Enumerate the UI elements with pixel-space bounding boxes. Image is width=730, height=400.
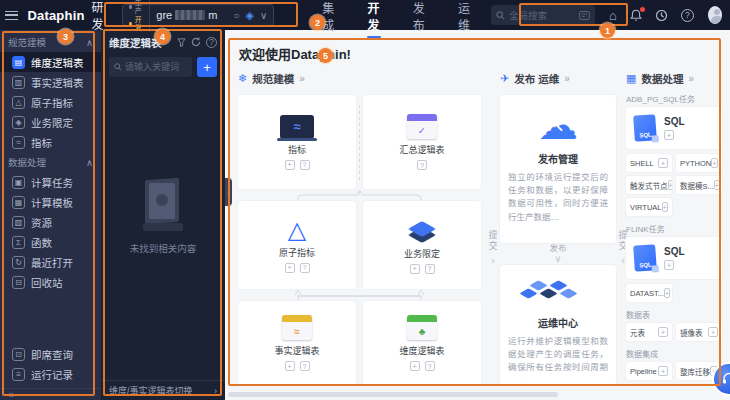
- tab-develop[interactable]: 开发: [365, 0, 382, 39]
- task-chip-meta-table[interactable]: 元表+: [626, 323, 672, 341]
- sidebar-item-compute-task[interactable]: ▣ 计算任务: [0, 172, 101, 192]
- horizontal-scrollbar[interactable]: [228, 392, 558, 397]
- sidebar-item-dimension-logic-table[interactable]: ▤ 维度逻辑表: [0, 52, 101, 72]
- task-chip-shell[interactable]: SHELL+: [626, 154, 672, 172]
- add-icon[interactable]: +: [664, 288, 670, 298]
- add-icon[interactable]: +: [664, 260, 674, 270]
- dimension-table-card-icon: ♣: [407, 315, 437, 340]
- home-icon[interactable]: ⌂: [609, 9, 617, 22]
- task-chip-datastream[interactable]: DATAST...+: [626, 284, 672, 302]
- task-chip-mirror-table[interactable]: 镜像表+: [676, 323, 722, 341]
- doc-help-icon[interactable]: ?: [300, 160, 310, 170]
- welcome-title: 欢迎使用Dataphin!: [239, 44, 351, 63]
- processing-header[interactable]: ▦ 数据处理 »: [626, 70, 722, 86]
- notification-bell-icon[interactable]: [630, 9, 642, 22]
- gem-icon[interactable]: ◈: [245, 9, 253, 22]
- hotkey-icon[interactable]: [579, 11, 590, 20]
- card-fact-logic-table[interactable]: ≈ 事实逻辑表 +?: [238, 301, 356, 385]
- task-chip-data-model[interactable]: 数据模S...+: [676, 176, 722, 194]
- sidebar-item-run-records[interactable]: ≡ 运行记录: [0, 364, 101, 384]
- add-icon[interactable]: +: [668, 180, 673, 190]
- add-icon[interactable]: +: [708, 327, 718, 337]
- sidebar-group-modeling[interactable]: 规范建模 ∧: [0, 32, 101, 52]
- doc-help-icon[interactable]: ?: [425, 361, 435, 371]
- doc-help-icon[interactable]: ?: [300, 263, 310, 273]
- run-records-icon: ≡: [12, 368, 25, 381]
- task-chip-python[interactable]: PYTHON+: [676, 154, 722, 172]
- card-atomic-metric[interactable]: △ 原子指标 +?: [238, 201, 356, 289]
- menu-icon[interactable]: [0, 0, 23, 30]
- status-ring-icon[interactable]: ○: [233, 10, 239, 21]
- object-list-panel: 维度逻辑表 ? + 未找到相关内容 维度/事实逻辑表切换 ›: [101, 30, 225, 400]
- add-icon[interactable]: +: [664, 130, 674, 140]
- sidebar-item-functions[interactable]: Σ 函数: [0, 232, 101, 252]
- task-chip-trigger-node[interactable]: 触发式节点+: [626, 176, 672, 194]
- refresh-icon[interactable]: [191, 37, 201, 47]
- add-icon[interactable]: +: [714, 180, 720, 190]
- card-publish-management[interactable]: ☁↖ 发布管理 独立的环境运行提交后的任务和数据，以更好保障数据可用性，同时方便…: [500, 95, 616, 243]
- caret-up-icon: ∧: [86, 37, 93, 48]
- add-icon[interactable]: +: [658, 327, 668, 337]
- add-icon[interactable]: +: [410, 361, 420, 371]
- add-icon[interactable]: +: [285, 263, 295, 273]
- sidebar-item-resources[interactable]: ▧ 资源: [0, 212, 101, 232]
- sidebar-item-metric[interactable]: ≈ 指标: [0, 132, 101, 152]
- product-name: 研发: [92, 0, 111, 32]
- add-icon[interactable]: +: [711, 158, 718, 168]
- modeling-header[interactable]: ❄ 规范建模 »: [238, 70, 486, 86]
- tab-operate[interactable]: 运维: [456, 0, 473, 39]
- left-sidebar: 规范建模 ∧ ▤ 维度逻辑表 ▥ 事实逻辑表 △ 原子指标 ◈ 业务限定 ≈ 指…: [0, 30, 101, 400]
- trash-icon: ⊟: [12, 276, 25, 289]
- filter-icon[interactable]: [177, 38, 186, 47]
- empty-box-illustration: [141, 179, 185, 231]
- recent-icon: ↻: [12, 256, 25, 269]
- sidebar-item-recently-opened[interactable]: ↻ 最近打开: [0, 252, 101, 272]
- empty-state: 未找到相关内容: [101, 53, 225, 380]
- global-search[interactable]: [491, 5, 595, 25]
- add-icon[interactable]: +: [662, 202, 668, 212]
- doc-help-icon[interactable]: ?: [300, 361, 310, 371]
- panel-help-icon[interactable]: ?: [206, 37, 217, 48]
- sidebar-group-processing[interactable]: 数据处理 ∧: [0, 152, 101, 172]
- doc-help-icon[interactable]: ?: [417, 160, 427, 170]
- pyramid-icon: △: [288, 218, 306, 242]
- tab-integration[interactable]: 集成: [320, 0, 337, 39]
- resources-icon: ▧: [12, 216, 25, 229]
- global-search-input[interactable]: [509, 10, 575, 21]
- sidebar-item-compute-template[interactable]: ▦ 计算模板: [0, 192, 101, 212]
- add-icon[interactable]: +: [658, 366, 668, 376]
- help-icon[interactable]: ?: [681, 9, 694, 22]
- chevron-down-icon[interactable]: ∨: [260, 10, 267, 21]
- sidebar-item-adhoc-query[interactable]: ⊡ 即席查询: [0, 344, 101, 364]
- app-logo[interactable]: Dataphin: [27, 8, 84, 23]
- sidebar-item-atomic-metric[interactable]: △ 原子指标: [0, 92, 101, 112]
- panel-collapse-handle[interactable]: ‹: [225, 178, 232, 206]
- task-chip-virtual[interactable]: VIRTUAL+: [626, 198, 672, 216]
- card-business-filter[interactable]: 业务限定 +?: [363, 201, 481, 289]
- history-icon[interactable]: [655, 9, 668, 22]
- env-toggle[interactable]: 生产 开发: [129, 0, 150, 32]
- tab-publish[interactable]: 发布: [411, 0, 428, 39]
- user-avatar[interactable]: [708, 6, 722, 24]
- card-dimension-logic-table[interactable]: ♣ 维度逻辑表 +?: [363, 301, 481, 385]
- add-icon[interactable]: +: [658, 158, 668, 168]
- panel-footer-link[interactable]: 维度/事实逻辑表切换 ›: [101, 380, 225, 400]
- sidebar-item-recycle-bin[interactable]: ⊟ 回收站: [0, 272, 101, 292]
- task-card-sql[interactable]: SQL SQL +: [626, 107, 722, 149]
- publish-header[interactable]: ✈ 发布 运维 »: [500, 70, 616, 86]
- collapse-sidebar-button[interactable]: «: [0, 388, 101, 400]
- compute-template-icon: ▦: [12, 196, 25, 209]
- card-metric[interactable]: ≈ 指标 +?: [238, 95, 356, 189]
- card-aggregate-logic-table[interactable]: ✓ 汇总逻辑表 ?: [363, 95, 481, 189]
- doc-help-icon[interactable]: ?: [425, 264, 435, 274]
- sidebar-item-business-filter[interactable]: ◈ 业务限定: [0, 112, 101, 132]
- project-selector[interactable]: 生产 开发 grem ○ ◈ ∨: [122, 4, 274, 26]
- task-card-flink-sql[interactable]: SQL SQL +: [626, 237, 722, 279]
- task-chip-pipeline[interactable]: Pipeline+: [626, 362, 672, 380]
- add-icon[interactable]: +: [410, 264, 420, 274]
- sidebar-item-fact-logic-table[interactable]: ▥ 事实逻辑表: [0, 72, 101, 92]
- topbar: Dataphin 研发 生产 开发 grem ○ ◈ ∨ 集成 开发 发布 运维: [0, 0, 730, 30]
- add-icon[interactable]: +: [285, 361, 295, 371]
- card-ops-center[interactable]: 运维中心 运行并维护逻辑模型和数据处理产生的调度任务，确保所有任务按时间周期有序…: [500, 265, 616, 385]
- add-icon[interactable]: +: [285, 160, 295, 170]
